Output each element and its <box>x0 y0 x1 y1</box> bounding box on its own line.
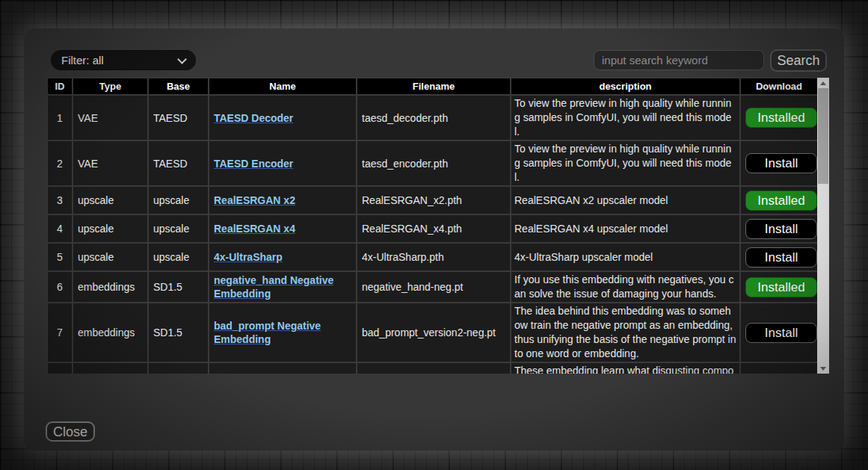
column-header: Filename <box>357 78 511 95</box>
cell-base: upscale <box>148 186 209 214</box>
cell-name: RealESRGAN x4 <box>209 214 357 243</box>
cell-filename: taesd_encoder.pth <box>357 140 511 186</box>
cell-base <box>148 362 209 374</box>
cell-name: TAESD Decoder <box>209 95 357 140</box>
cell-base: TAESD <box>148 140 209 186</box>
model-name-link[interactable]: RealESRGAN x4 <box>214 223 295 235</box>
column-header: Base <box>148 78 209 95</box>
install-button[interactable]: Install <box>745 219 817 239</box>
table-row: 5upscaleupscale4x-UltraSharp4x-UltraShar… <box>47 243 817 271</box>
installed-button[interactable]: Installed <box>745 277 817 297</box>
cell-download: Install <box>740 303 817 362</box>
table-scrollbar[interactable] <box>817 78 829 374</box>
table-row: 6embeddingsSD1.5negative_hand Negative E… <box>47 271 817 303</box>
cell-type: VAE <box>73 95 148 140</box>
model-name-link[interactable]: bad_prompt Negative Embedding <box>214 320 321 345</box>
cell-id: 7 <box>47 303 73 362</box>
cell-base: upscale <box>148 243 209 271</box>
model-name-link[interactable]: TAESD Decoder <box>214 112 293 124</box>
column-header: Download <box>740 78 817 95</box>
search-button[interactable]: Search <box>770 49 827 72</box>
close-button[interactable]: Close <box>46 421 95 442</box>
model-table: IDTypeBaseNameFilenamedescriptionDownloa… <box>46 77 817 374</box>
table-row: 7embeddingsSD1.5bad_prompt Negative Embe… <box>47 303 817 362</box>
cell-download: Install <box>740 243 817 271</box>
table-row: 3upscaleupscaleRealESRGAN x2RealESRGAN_x… <box>47 186 817 214</box>
cell-id: 6 <box>47 271 73 303</box>
column-header: ID <box>47 78 73 95</box>
cell-name <box>209 362 357 374</box>
cell-download: Install <box>740 214 817 243</box>
filter-select[interactable]: Filter: all <box>51 50 196 70</box>
cell-filename: bad_prompt_version2-neg.pt <box>357 303 511 362</box>
scrollbar-down-arrow[interactable] <box>817 363 829 374</box>
cell-base: SD1.5 <box>148 303 209 362</box>
cell-id <box>47 362 73 374</box>
table-row: These embedding learn what disgusting co… <box>47 362 817 374</box>
column-header: Name <box>209 78 357 95</box>
cell-type: VAE <box>73 140 148 186</box>
scrollbar-thumb[interactable] <box>818 88 828 184</box>
scrollbar-up-arrow[interactable] <box>817 78 829 88</box>
cell-name: bad_prompt Negative Embedding <box>209 303 357 362</box>
cell-description: 4x-UltraSharp upscaler model <box>511 243 740 271</box>
cell-description: RealESRGAN x4 upscaler model <box>511 214 740 243</box>
model-name-link[interactable]: TAESD Encoder <box>214 158 293 170</box>
cell-type: upscale <box>73 186 148 214</box>
cell-base: TAESD <box>148 95 209 140</box>
cell-download: Installed <box>740 271 817 303</box>
model-name-link[interactable]: 4x-UltraSharp <box>214 251 283 263</box>
table-row: 4upscaleupscaleRealESRGAN x4RealESRGAN_x… <box>47 214 817 243</box>
installed-button[interactable]: Installed <box>745 108 817 128</box>
model-table-container: IDTypeBaseNameFilenamedescriptionDownloa… <box>46 77 817 374</box>
cell-download <box>740 362 817 374</box>
cell-id: 4 <box>47 214 73 243</box>
cell-name: negative_hand Negative Embedding <box>209 271 357 303</box>
cell-filename: taesd_decoder.pth <box>357 95 511 140</box>
model-name-link[interactable]: negative_hand Negative Embedding <box>214 274 333 300</box>
column-header: description <box>511 78 740 95</box>
cell-download: Installed <box>740 186 817 214</box>
cell-base: upscale <box>148 214 209 243</box>
cell-filename: negative_hand-neg.pt <box>357 271 511 303</box>
table-header-row: IDTypeBaseNameFilenamedescriptionDownloa… <box>47 78 817 95</box>
cell-type <box>73 362 148 374</box>
install-button[interactable]: Install <box>745 153 817 173</box>
cell-id: 1 <box>47 95 73 140</box>
cell-description: To view the preview in high quality whil… <box>511 95 740 140</box>
table-row: 2VAETAESDTAESD Encodertaesd_encoder.pthT… <box>47 140 817 186</box>
cell-description: The idea behind this embedding was to so… <box>511 303 740 362</box>
cell-name: 4x-UltraSharp <box>209 243 357 271</box>
cell-filename: RealESRGAN_x4.pth <box>357 214 511 243</box>
cell-download: Installed <box>740 95 817 140</box>
table-row: 1VAETAESDTAESD Decodertaesd_decoder.pthT… <box>47 95 817 140</box>
cell-id: 5 <box>47 243 73 271</box>
install-button[interactable]: Install <box>745 323 817 343</box>
model-name-link[interactable]: RealESRGAN x2 <box>214 194 295 206</box>
cell-type: embeddings <box>73 303 148 362</box>
cell-description: RealESRGAN x2 upscaler model <box>511 186 740 214</box>
cell-type: upscale <box>73 243 148 271</box>
cell-filename: 4x-UltraSharp.pth <box>357 243 511 271</box>
cell-download: Install <box>740 140 817 186</box>
cell-base: SD1.5 <box>148 271 209 303</box>
search-input[interactable] <box>594 50 764 70</box>
cell-description: To view the preview in high quality whil… <box>511 140 740 186</box>
column-header: Type <box>73 78 148 95</box>
chevron-down-icon <box>177 55 187 64</box>
cell-type: upscale <box>73 214 148 243</box>
cell-type: embeddings <box>73 271 148 303</box>
cell-name: TAESD Encoder <box>209 140 357 186</box>
cell-description: If you use this embedding with negatives… <box>511 271 740 303</box>
cell-description: These embedding learn what disgusting co… <box>511 362 740 374</box>
cell-filename <box>357 362 511 374</box>
cell-id: 2 <box>47 140 73 186</box>
filter-select-value: Filter: all <box>61 54 104 67</box>
cell-filename: RealESRGAN_x2.pth <box>357 186 511 214</box>
install-button[interactable]: Install <box>745 247 817 268</box>
installed-button[interactable]: Installed <box>745 191 817 211</box>
cell-id: 3 <box>47 186 73 214</box>
cell-name: RealESRGAN x2 <box>209 186 357 214</box>
model-manager-dialog: Filter: all Search IDTypeBaseNameFilenam… <box>24 28 844 451</box>
